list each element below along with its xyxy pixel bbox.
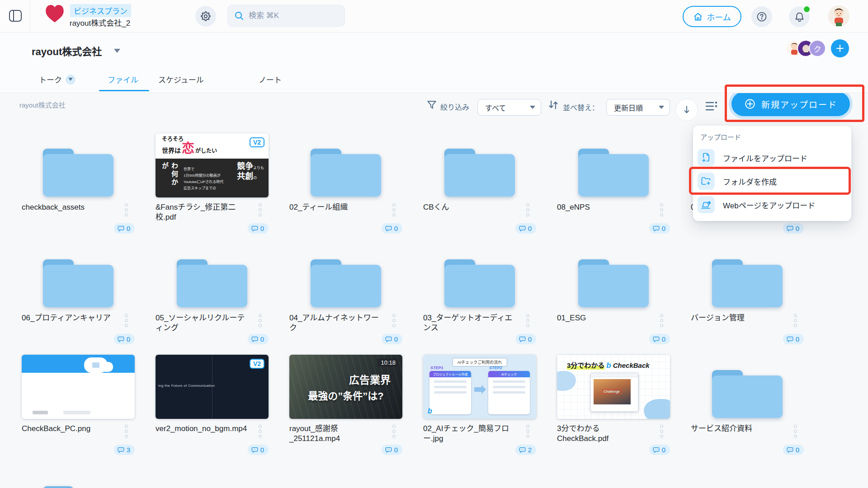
comment-count-badge[interactable]: 0 — [649, 445, 670, 455]
file-card[interactable]: checkback_assets0 — [22, 133, 135, 234]
user-avatar[interactable] — [828, 5, 849, 27]
filter-funnel-icon[interactable] — [427, 100, 437, 110]
file-card[interactable]: CBくん0 — [423, 133, 536, 234]
file-card[interactable]: 01_ESG0 — [557, 244, 670, 344]
file-name: 03_ターゲットオーディエンス — [423, 313, 516, 333]
sort-order-select[interactable]: 更新日順 — [606, 99, 670, 116]
sidebar-toggle-icon[interactable] — [7, 7, 24, 24]
comment-count-badge[interactable]: 0 — [649, 223, 670, 234]
comment-count-badge[interactable]: 0 — [515, 223, 536, 234]
kebab-menu-icon[interactable] — [659, 313, 665, 328]
arrow-down-icon — [682, 105, 692, 115]
file-name: バージョン管理 — [691, 313, 784, 333]
comment-count-badge[interactable]: 0 — [783, 334, 804, 344]
kebab-menu-icon[interactable] — [257, 423, 263, 439]
comment-count-badge[interactable]: 0 — [382, 445, 402, 455]
comment-count-badge[interactable]: 0 — [382, 223, 402, 234]
question-icon — [756, 11, 768, 23]
file-card[interactable]: 02_ティール組織0 — [289, 133, 402, 234]
kebab-menu-icon[interactable] — [257, 313, 263, 328]
sort-direction-icon[interactable] — [548, 100, 558, 110]
title-dropdown-caret-icon[interactable] — [114, 49, 120, 53]
file-card[interactable]: ing the Future of CommunicationV2ver2_mo… — [156, 355, 269, 455]
file-card[interactable]: バージョン管理0 — [691, 244, 804, 344]
workspace-logo[interactable] — [43, 3, 66, 29]
thumbnail-part: 3分でわかるbCheckBack — [567, 360, 650, 370]
thumbnail-part — [557, 133, 670, 197]
comment-count-badge[interactable]: 3 — [114, 445, 135, 455]
kebab-menu-icon[interactable] — [793, 313, 798, 328]
file-thumbnail: 広告業界最強の”条件”は?10:18 — [289, 355, 402, 419]
file-card[interactable]: サービス紹介資料0 — [691, 355, 804, 455]
kebab-menu-icon[interactable] — [391, 202, 397, 218]
kebab-menu-icon[interactable] — [525, 423, 531, 439]
notifications-button[interactable] — [789, 6, 810, 27]
checkback-logo: b — [606, 361, 611, 370]
talk-caret-icon[interactable] — [66, 75, 75, 84]
thumbnail-text: ing the Future of Communication — [158, 384, 215, 388]
kebab-menu-icon[interactable] — [793, 423, 798, 439]
search-bar[interactable] — [227, 5, 345, 27]
tab-notes[interactable]: ノート — [259, 74, 282, 85]
file-card[interactable]: 広告業界最強の”条件”は?10:18rayout_感謝祭_251121a.mp4… — [289, 355, 402, 455]
kebab-menu-icon[interactable] — [257, 202, 263, 218]
kebab-menu-icon[interactable] — [123, 423, 129, 439]
search-input[interactable] — [249, 11, 326, 20]
comment-count-badge[interactable]: 0 — [783, 445, 804, 455]
filter-type-select[interactable]: すべて — [477, 99, 541, 116]
home-button[interactable]: ホーム — [683, 6, 741, 27]
tab-files[interactable]: ファイル — [108, 74, 138, 85]
kebab-menu-icon[interactable] — [391, 423, 397, 439]
file-card[interactable]: 06_プロティアンキャリア0 — [22, 244, 135, 344]
thumbnail-text: プロジェクトルール作成 — [429, 371, 471, 377]
kebab-menu-icon[interactable] — [391, 313, 397, 328]
comment-count-badge[interactable]: 0 — [783, 223, 804, 234]
comment-count-badge[interactable]: 2 — [515, 445, 536, 455]
kebab-menu-icon[interactable] — [123, 313, 129, 328]
menu-item-upload-webpage[interactable]: Webページをアップロード — [698, 193, 847, 216]
file-card[interactable]: そろそろ世界は恋がしたいわ何かが世界で1分500時間分の動画がYoutubeにU… — [156, 133, 269, 234]
kebab-menu-icon[interactable] — [123, 202, 129, 218]
sort-descending-button[interactable] — [675, 99, 698, 121]
comment-bubble-icon — [385, 225, 392, 232]
comment-count-badge[interactable]: 0 — [114, 223, 135, 234]
filter-label[interactable]: 絞り込み — [440, 101, 469, 112]
comment-count-badge[interactable]: 0 — [515, 334, 536, 344]
member-avatar-initial[interactable]: ク — [809, 40, 826, 57]
new-upload-button[interactable]: 新規アップロード — [731, 92, 850, 116]
kebab-menu-icon[interactable] — [659, 423, 665, 439]
file-card[interactable]: 03_ターゲットオーディエンス0 — [423, 244, 536, 344]
file-card[interactable]: AIチェックご利用の流れSTEP1STEP2プロジェクトルール作成AIチェックb… — [423, 355, 536, 455]
list-view-icon[interactable] — [703, 98, 720, 114]
file-card[interactable]: 04_アルムナイネットワーク0 — [289, 244, 402, 344]
comment-count-badge[interactable]: 0 — [248, 445, 269, 455]
partial-next-row-folder[interactable] — [22, 471, 135, 488]
kebab-menu-icon[interactable] — [659, 202, 665, 218]
kebab-menu-icon[interactable] — [525, 202, 531, 218]
menu-item-create-folder[interactable]: フォルダを作成 — [698, 169, 847, 193]
settings-button[interactable] — [195, 6, 216, 27]
add-member-button[interactable] — [831, 39, 849, 57]
breadcrumb[interactable]: rayout株式会社 — [19, 100, 66, 109]
tab-talk[interactable]: トーク — [39, 74, 75, 85]
file-card[interactable]: CheckBack_PC.png3 — [22, 355, 135, 455]
tab-schedule[interactable]: スケジュール — [158, 74, 204, 85]
comment-count: 0 — [528, 335, 532, 343]
file-card[interactable]: 3分でわかるbCheckBackChallenge3分でわかるCheckBack… — [557, 355, 670, 455]
menu-item-upload-file[interactable]: ファイルをアップロード — [698, 146, 847, 169]
workspace-name[interactable]: rayout株式会社_2 — [70, 17, 130, 28]
kebab-menu-icon[interactable] — [525, 313, 531, 328]
comment-count-badge[interactable]: 0 — [382, 334, 402, 344]
comment-count-badge[interactable]: 0 — [649, 334, 670, 344]
page-title[interactable]: rayout株式会社 — [32, 43, 102, 58]
comment-count-badge[interactable]: 0 — [248, 223, 269, 234]
comment-count-badge[interactable]: 0 — [248, 334, 269, 344]
folder-icon — [305, 147, 387, 197]
file-name: checkback_assets — [22, 202, 115, 222]
comment-count-badge[interactable]: 0 — [114, 334, 135, 344]
comment-count: 0 — [394, 225, 398, 232]
file-card[interactable]: 05_ソーシャルリクルーティング0 — [156, 244, 269, 344]
help-button[interactable] — [751, 6, 772, 27]
file-card[interactable]: 08_eNPS0 — [557, 133, 670, 234]
thumbnail-text: がしたい — [195, 146, 217, 154]
